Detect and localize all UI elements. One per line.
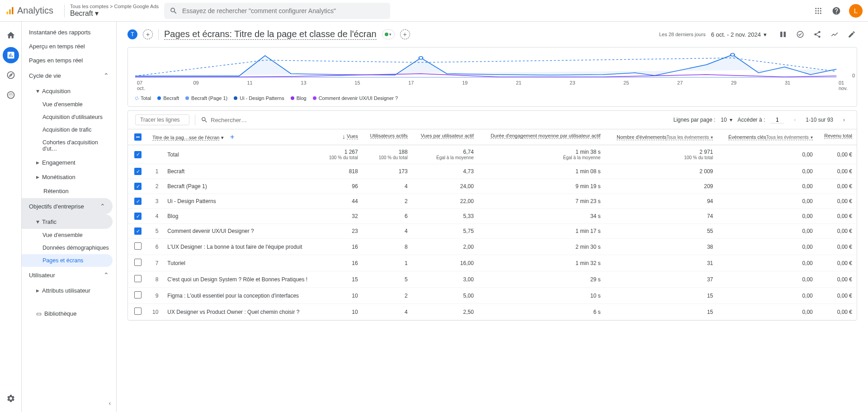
legend-item[interactable]: Ui - Design Patterns [234, 95, 284, 101]
insights-icon[interactable] [829, 29, 840, 40]
sidebar-item-user-attributes[interactable]: ▸Attributs utilisateur [22, 283, 116, 298]
row-name[interactable]: Tutoriel [163, 255, 322, 271]
table-row[interactable]: 10 UX Designer vs Product Owner : Quel c… [128, 304, 857, 320]
checkbox[interactable] [134, 291, 142, 298]
col-vpu[interactable]: Vues par utilisateur actif [412, 129, 478, 145]
key-events-filter-dropdown[interactable]: Tous les événements ▾ [766, 135, 813, 140]
collapse-sidebar-icon[interactable]: ‹ [109, 400, 111, 407]
segment-badge[interactable]: T [127, 29, 137, 39]
table-row[interactable]: ✓ 5 Comment devenir UX/UI Designer ? 23 … [128, 224, 857, 239]
help-icon[interactable] [831, 5, 842, 16]
status-pill[interactable]: ▾ [382, 29, 395, 39]
line-chart[interactable]: 0 [135, 51, 849, 78]
search-box[interactable] [164, 3, 390, 19]
sidebar-item-realtime-overview[interactable]: Aperçu en temps réel [22, 39, 116, 53]
checkbox[interactable]: ✓ [134, 168, 142, 175]
sidebar-item-cohorts[interactable]: Cohortes d'acquisition d'ut… [22, 136, 116, 155]
checkbox[interactable] [134, 275, 142, 282]
legend-item[interactable]: Becraft [157, 95, 179, 101]
table-row[interactable]: ✓ 3 Ui - Design Patterns 44 2 22,00 7 mi… [128, 194, 857, 209]
sidebar-item-monetization[interactable]: ▸Monétisation [22, 170, 116, 184]
checkbox[interactable] [134, 242, 142, 250]
add-comparison-button[interactable]: + [400, 29, 410, 39]
legend-item[interactable]: Comment devenir UX/UI Designer ? [313, 95, 398, 101]
prev-page-icon[interactable]: ‹ [789, 114, 800, 125]
sidebar-item-pages-screens[interactable]: Pages et écrans [22, 254, 113, 267]
row-name[interactable]: L'UX Designer : La bonne à tout faire de… [163, 239, 322, 255]
sidebar-section-business[interactable]: Objectifs d'entreprise⌃ [22, 198, 113, 214]
edit-icon[interactable] [846, 29, 857, 40]
legend-item[interactable]: Blog [291, 95, 307, 101]
sidebar-item-traffic-acq[interactable]: Acquisition de trafic [22, 123, 116, 136]
legend-item[interactable]: Total [135, 95, 151, 101]
row-name[interactable]: UX Designer vs Product Owner : Quel chem… [163, 304, 322, 320]
trace-lines-input[interactable] [135, 114, 189, 125]
col-revenue[interactable]: Revenu total [817, 129, 857, 145]
table-row[interactable]: 8 C'est quoi un Design System ? Rôle et … [128, 271, 857, 288]
search-input[interactable] [182, 7, 385, 14]
events-filter-dropdown[interactable]: Tous les événements ▾ [666, 135, 713, 140]
checkbox[interactable] [134, 308, 142, 315]
add-segment-button[interactable]: + [143, 29, 153, 39]
goto-input[interactable] [770, 117, 784, 123]
checkbox[interactable]: ✓ [134, 198, 142, 205]
row-name[interactable]: C'est quoi un Design System ? Rôle et Bo… [163, 271, 322, 288]
sidebar-item-engagement[interactable]: ▸Engagement [22, 155, 116, 170]
col-views[interactable]: ↓ Vues [322, 129, 363, 145]
table-row[interactable]: ✓ 4 Blog 32 6 5,33 34 s 74 0,00 0,00 € [128, 209, 857, 224]
table-search[interactable] [201, 116, 668, 123]
rail-admin-icon[interactable] [3, 390, 19, 407]
row-name[interactable]: Comment devenir UX/UI Designer ? [163, 224, 322, 239]
sidebar-section-user[interactable]: Utilisateur⌃ [22, 267, 116, 283]
sidebar-item-user-acq[interactable]: Acquisition d'utilisateurs [22, 111, 116, 123]
compare-icon[interactable] [778, 29, 788, 40]
table-row[interactable]: 6 L'UX Designer : La bonne à tout faire … [128, 239, 857, 255]
col-users[interactable]: Utilisateurs actifs [363, 129, 412, 145]
checkbox[interactable]: ✓ [134, 183, 142, 190]
row-name[interactable]: Blog [163, 209, 322, 224]
share-icon[interactable] [812, 29, 823, 40]
col-key-events[interactable]: Événements clésTous les événements ▾ [717, 129, 817, 145]
sidebar-section-lifecycle[interactable]: Cycle de vie⌃ [22, 67, 116, 84]
dimension-dropdown[interactable]: Titre de la pag…sse de l'écran ▾ [152, 135, 224, 141]
legend-item[interactable]: Becraft (Page 1) [185, 95, 227, 101]
row-name[interactable]: Figma : L'outil essentiel pour la concep… [163, 288, 322, 304]
sidebar-item-snapshot[interactable]: Instantané des rapports [22, 25, 116, 39]
table-row[interactable]: 9 Figma : L'outil essentiel pour la conc… [128, 288, 857, 304]
avatar[interactable]: L [849, 4, 863, 18]
sidebar-item-traffic-overview[interactable]: Vue d'ensemble [22, 229, 116, 242]
row-name[interactable]: Ui - Design Patterns [163, 194, 322, 209]
rail-explore-icon[interactable] [3, 67, 19, 83]
col-events[interactable]: Nombre d'événementsTous les événements ▾ [605, 129, 717, 145]
col-engagement[interactable]: Durée d'engagement moyenne par utilisate… [478, 129, 605, 145]
add-dimension-button[interactable]: + [228, 133, 236, 141]
checkbox[interactable]: ✓ [134, 227, 142, 235]
table-row[interactable]: ✓ 2 Becraft (Page 1) 96 4 24,00 9 min 19… [128, 179, 857, 194]
sidebar-item-acq-overview[interactable]: Vue d'ensemble [22, 98, 116, 111]
sidebar-item-library[interactable]: ▭Bibliothèque [22, 307, 116, 321]
sidebar-item-realtime-pages[interactable]: Pages en temps réel [22, 53, 116, 67]
rail-advertising-icon[interactable] [3, 87, 19, 103]
checkbox[interactable]: ✓ [134, 213, 142, 220]
select-all-checkbox[interactable] [134, 133, 142, 141]
date-range-picker[interactable]: 6 oct. - 2 nov. 2024▾ [711, 31, 767, 38]
table-search-input[interactable] [211, 117, 287, 123]
rows-per-page-select[interactable]: 10▾ [721, 117, 732, 123]
table-row[interactable]: ✓ 1 Becraft 818 173 4,73 1 min 08 s 2 00… [128, 164, 857, 179]
apps-icon[interactable] [813, 5, 824, 16]
checkbox[interactable] [134, 259, 142, 266]
logo[interactable]: Analytics [5, 5, 53, 16]
sidebar-item-retention[interactable]: Rétention [22, 184, 116, 198]
page-title[interactable]: Pages et écrans: Titre de la page et cla… [164, 29, 377, 40]
row-name[interactable]: Becraft (Page 1) [163, 179, 322, 194]
sidebar-item-acquisition[interactable]: ▾Acquisition [22, 84, 116, 98]
next-page-icon[interactable]: › [839, 114, 849, 125]
checkbox[interactable]: ✓ [134, 151, 142, 158]
account-selector[interactable]: Tous les comptes > Compte Google Ads Bec… [70, 4, 159, 18]
row-name[interactable]: Becraft [163, 164, 322, 179]
customize-icon[interactable] [795, 29, 806, 40]
table-row[interactable]: 7 Tutoriel 16 1 16,00 1 min 32 s 31 0,00… [128, 255, 857, 271]
sidebar-item-traffic[interactable]: ▾Trafic [22, 214, 113, 229]
sidebar-item-demographics[interactable]: Données démographiques [22, 242, 116, 254]
rail-reports-icon[interactable] [3, 47, 19, 63]
